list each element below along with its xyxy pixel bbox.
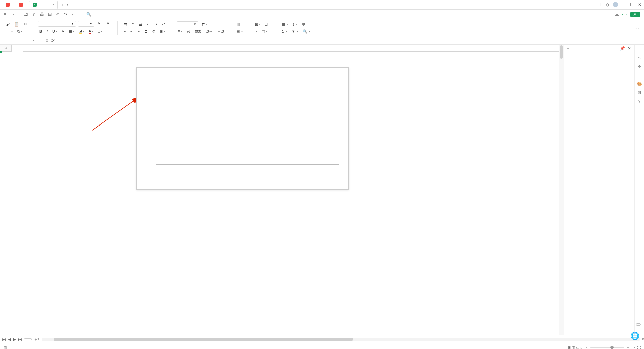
- paint-icon[interactable]: 🎨: [637, 82, 642, 86]
- zoom-slider[interactable]: [590, 347, 624, 348]
- number-format-select[interactable]: ▾: [177, 21, 198, 27]
- doc-tab-workbook[interactable]: S •: [29, 1, 58, 9]
- zoom-in-button[interactable]: ＋: [626, 345, 630, 349]
- sheet-last-icon[interactable]: ⏭: [18, 337, 22, 342]
- freeze-button[interactable]: ❄▾: [301, 21, 309, 27]
- sheet-first-icon[interactable]: ⏮: [2, 337, 6, 342]
- changes-badge[interactable]: [622, 14, 627, 15]
- fullscreen-icon[interactable]: ⛶: [637, 345, 641, 349]
- strike-button[interactable]: A̶: [60, 29, 66, 34]
- sheet-tab[interactable]: [24, 338, 32, 340]
- pin-icon[interactable]: 📌: [620, 46, 625, 51]
- convert-button[interactable]: ⇄▾: [200, 21, 209, 27]
- cond-format-button[interactable]: ▾: [254, 29, 258, 34]
- increase-font-button[interactable]: A⁺: [96, 21, 103, 27]
- new-tab-button[interactable]: ＋: [60, 2, 65, 7]
- format-cells-button[interactable]: ▢▾: [260, 29, 268, 34]
- box-icon[interactable]: ▢: [638, 73, 641, 78]
- decrease-font-button[interactable]: A⁻: [105, 21, 112, 27]
- dec-inc-button[interactable]: .0→: [204, 29, 214, 34]
- insert-cells-button[interactable]: ⊞▾: [254, 21, 261, 27]
- indent-inc-button[interactable]: ⇥: [153, 21, 159, 27]
- tab-list-button[interactable]: ▾: [65, 2, 70, 7]
- formula-input[interactable]: [57, 38, 642, 43]
- orientation-button[interactable]: ⟲: [151, 29, 156, 34]
- status-icon[interactable]: ▥: [3, 345, 7, 349]
- delete-cells-button[interactable]: ⊟▾: [263, 21, 271, 27]
- cube-icon[interactable]: ◇: [605, 2, 610, 7]
- worksheet-button[interactable]: ▤▾: [235, 29, 244, 34]
- sheet-next-icon[interactable]: ▶: [13, 337, 16, 342]
- align-justify-button[interactable]: ≣: [143, 29, 149, 34]
- scroll-thumb[interactable]: [54, 338, 353, 341]
- scroll-thumb[interactable]: [560, 45, 563, 59]
- bold-button[interactable]: B: [38, 29, 43, 34]
- undo-icon[interactable]: ↶: [56, 12, 61, 17]
- format-painter-label[interactable]: [5, 31, 7, 32]
- font-size-select[interactable]: ▾: [78, 21, 94, 27]
- format-painter-button[interactable]: 🖌: [5, 21, 11, 27]
- preview-icon[interactable]: ▤: [48, 12, 53, 17]
- wrap-button[interactable]: ↩: [161, 21, 167, 27]
- column-headers[interactable]: [23, 45, 564, 52]
- hamburger-icon[interactable]: ≡: [4, 12, 6, 17]
- align-center-button[interactable]: ≡: [129, 29, 134, 34]
- sort-button[interactable]: ↕▾: [291, 21, 299, 27]
- more-icon[interactable]: ⋯: [637, 108, 641, 112]
- window-multi-icon[interactable]: ❐: [597, 2, 602, 7]
- border-button[interactable]: ▦▾: [68, 29, 76, 34]
- italic-button[interactable]: I: [45, 29, 49, 34]
- cut-button[interactable]: ✂: [22, 21, 28, 27]
- align-right-button[interactable]: ≡: [136, 29, 141, 34]
- indent-dec-button[interactable]: ⇤: [145, 21, 151, 27]
- clear-format-button[interactable]: ◇▾: [96, 29, 104, 34]
- redo-icon[interactable]: ↷: [64, 12, 69, 17]
- font-color-button[interactable]: A▾: [87, 28, 94, 35]
- close-icon[interactable]: ✕: [637, 2, 642, 7]
- underline-button[interactable]: U▾: [51, 29, 58, 34]
- collapse-icon[interactable]: ―: [637, 47, 641, 51]
- save-icon[interactable]: 🖫: [24, 12, 29, 17]
- avatar-icon[interactable]: [613, 2, 618, 7]
- export-icon[interactable]: ⇪: [32, 12, 37, 17]
- align-middle-button[interactable]: ≡: [130, 21, 135, 27]
- print-icon[interactable]: 🖶: [40, 12, 45, 17]
- image-icon[interactable]: 🖼: [637, 90, 641, 95]
- align-bottom-button[interactable]: ⬓: [137, 21, 143, 27]
- share-button[interactable]: ↗: [630, 12, 640, 17]
- fx-icon[interactable]: fx: [51, 38, 54, 43]
- vertical-scrollbar[interactable]: [559, 45, 564, 335]
- minimize-icon[interactable]: ―: [621, 2, 626, 7]
- grid-area[interactable]: ◢: [0, 45, 564, 335]
- chevron-down-icon[interactable]: ▾: [33, 39, 34, 42]
- close-icon[interactable]: ✕: [628, 46, 631, 51]
- paste-button[interactable]: 📋: [13, 21, 20, 27]
- cursor-icon[interactable]: ↖: [638, 55, 641, 60]
- layers-icon[interactable]: ❖: [638, 64, 641, 69]
- align-top-button[interactable]: ⬒: [122, 21, 128, 27]
- search-icon[interactable]: 🔍: [86, 12, 91, 17]
- help-icon[interactable]: ?: [638, 99, 641, 104]
- embedded-chart[interactable]: [136, 67, 349, 190]
- scroll-left-icon[interactable]: ◀: [37, 337, 39, 340]
- paste-label[interactable]: ▾: [9, 29, 14, 34]
- app-tab[interactable]: [2, 1, 15, 9]
- chevron-down-icon[interactable]: ▾: [567, 47, 569, 50]
- maximize-icon[interactable]: ☐: [629, 2, 634, 7]
- fill-color-button[interactable]: ◢▾: [78, 28, 85, 35]
- zoom-out-button[interactable]: －: [585, 345, 588, 349]
- dec-dec-button[interactable]: ←.0: [216, 29, 225, 34]
- currency-button[interactable]: ¥▾: [177, 29, 183, 34]
- fill-button[interactable]: ▦▾: [281, 21, 289, 27]
- merge-button[interactable]: ⊞▾: [158, 29, 167, 34]
- percent-button[interactable]: %: [185, 29, 192, 34]
- select-all-corner[interactable]: ◢: [0, 45, 12, 52]
- horizontal-scrollbar[interactable]: ◀ ▶: [42, 338, 640, 341]
- find-button[interactable]: 🔍▾: [301, 29, 311, 34]
- view-tools-icon[interactable]: ⊞ ◫ ▭ ⌕: [568, 345, 583, 349]
- scroll-right-icon[interactable]: ▶: [642, 337, 644, 340]
- copy-button[interactable]: ⧉▾: [16, 29, 23, 34]
- doc-tab-templates[interactable]: [15, 1, 28, 9]
- name-box-input[interactable]: [9, 38, 31, 43]
- ribbon-collapse-icon[interactable]: ︿: [635, 25, 639, 31]
